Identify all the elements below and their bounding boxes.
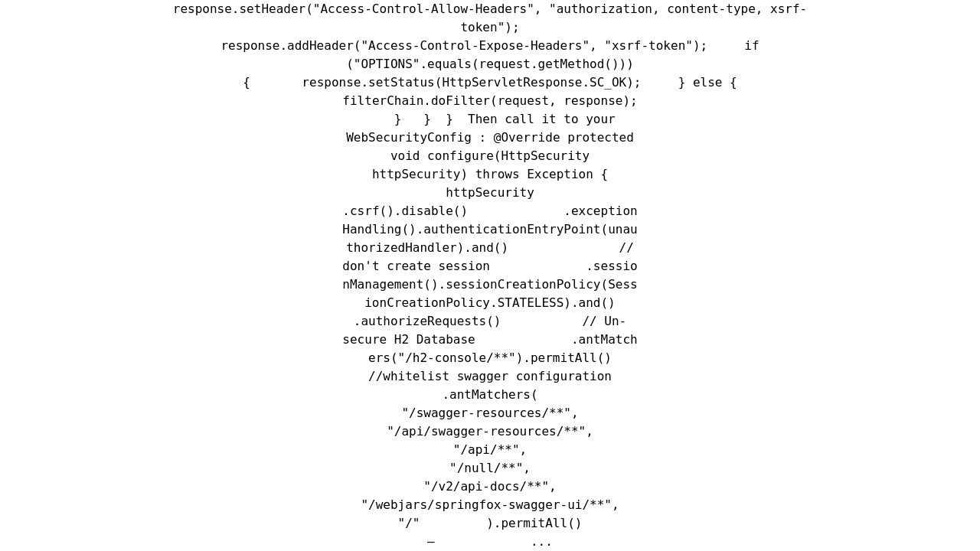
code-line-2: response.addHeader("Access-Control-Expos…	[153, 37, 827, 55]
code-line-19: ers("/h2-console/**").permitAll()	[153, 349, 827, 367]
code-line-6: } } } Then call it to your	[153, 110, 827, 129]
code-line-18: secure H2 Database .antMatch	[153, 331, 827, 349]
code-line-14: don't create session .sessio	[153, 257, 827, 276]
code-line-1: response.setHeader("Access-Control-Allow…	[153, 0, 827, 37]
code-line-12: Handling().authenticationEntryPoint(unau	[153, 220, 827, 239]
code-block: response.setHeader("Access-Control-Allow…	[0, 0, 980, 551]
code-line-27: "/webjars/springfox-swagger-ui/**",	[153, 496, 827, 514]
code-line-10: httpSecurity	[153, 184, 827, 202]
code-line-8: void configure(HttpSecurity	[153, 147, 827, 165]
code-line-29: — ...	[153, 533, 827, 551]
code-line-15: nManagement().sessionCreationPolicy(Sess	[153, 276, 827, 294]
code-line-28: "/" ).permitAll()	[153, 514, 827, 533]
code-line-21: .antMatchers(	[153, 386, 827, 404]
code-line-4: { response.setStatus(HttpServletResponse…	[153, 73, 827, 92]
code-line-22: "/swagger-resources/**",	[153, 404, 827, 422]
code-line-5: filterChain.doFilter(request, response);	[153, 92, 827, 110]
code-line-9: httpSecurity) throws Exception {	[153, 165, 827, 184]
code-line-25: "/null/**",	[153, 459, 827, 478]
code-line-3: ("OPTIONS".equals(request.getMethod()))	[153, 55, 827, 73]
code-line-20: //whitelist swagger configuration	[153, 367, 827, 386]
code-line-26: "/v2/api-docs/**",	[153, 478, 827, 496]
code-line-11: .csrf().disable() .exception	[153, 202, 827, 220]
code-line-23: "/api/swagger-resources/**",	[153, 422, 827, 441]
code-line-17: .authorizeRequests() // Un-	[153, 312, 827, 331]
code-line-7: WebSecurityConfig : @Override protected	[153, 129, 827, 147]
code-line-16: ionCreationPolicy.STATELESS).and()	[153, 294, 827, 312]
code-line-24: "/api/**",	[153, 441, 827, 459]
code-line-13: thorizedHandler).and() //	[153, 239, 827, 257]
